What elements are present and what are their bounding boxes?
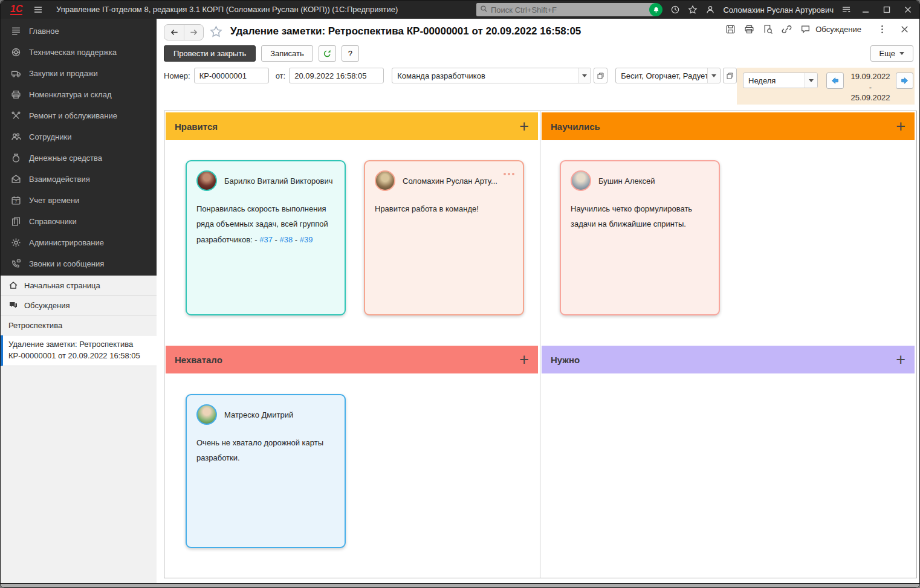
dropdown-arrow-icon[interactable] — [805, 73, 817, 88]
card-header: Бушин Алексей — [571, 170, 709, 191]
hamburger-menu-icon[interactable] — [33, 5, 43, 15]
write-button[interactable]: Записать — [261, 45, 313, 62]
application-window: 1С Управление IT-отделом 8, редакция 3.1… — [0, 0, 920, 588]
forward-button[interactable] — [184, 25, 203, 40]
open-mood-button[interactable] — [723, 68, 737, 83]
main-sections-icon — [11, 26, 21, 36]
global-search[interactable] — [476, 3, 656, 16]
datetime-field[interactable] — [289, 68, 384, 83]
add-note-button[interactable]: + — [896, 119, 905, 134]
next-period-button[interactable] — [896, 73, 913, 89]
history-icon[interactable] — [670, 5, 680, 15]
card-author: Бушин Алексей — [598, 176, 655, 186]
favorites-star-icon[interactable] — [688, 5, 698, 15]
team-combo[interactable]: Команда разработчиков — [392, 68, 591, 83]
sidebar-item-label: Удаление заметки: Ретроспектива КР-00000… — [8, 339, 151, 362]
previous-period-button[interactable] — [826, 73, 844, 89]
more-button[interactable]: Еще — [870, 45, 913, 62]
close-icon[interactable] — [901, 5, 915, 15]
issue-link[interactable]: #37 — [259, 235, 273, 244]
service-menu-icon[interactable] — [841, 5, 851, 15]
sidebar-item-4[interactable]: Ремонт и обслуживание — [1, 105, 157, 126]
post-and-close-button[interactable]: Провести и закрыть — [164, 45, 256, 62]
sidebar-item-label: Ретроспектива — [8, 321, 62, 330]
document-fields-row: Номер: от: Команда разработчиков Бесит, … — [164, 68, 737, 83]
sidebar-item-11[interactable]: Звонки и сообщения — [1, 253, 157, 274]
sidebar-item-label: Главное — [29, 27, 59, 36]
menu-dots-icon[interactable] — [877, 24, 887, 34]
avatar — [375, 170, 395, 191]
link-icon[interactable] — [782, 24, 792, 34]
sidebar-item-8[interactable]: 7Учет времени — [1, 190, 157, 211]
maximize-icon[interactable] — [880, 5, 893, 15]
column-header-lacked: Нехватало + — [166, 346, 538, 373]
discussion-label[interactable]: Обсуждение — [815, 25, 861, 34]
dropdown-arrow-icon[interactable] — [707, 68, 720, 83]
card-text-segment: - — [293, 235, 300, 244]
sidebar: ГлавноеТехническая поддержкаЗакупки и пр… — [1, 19, 157, 587]
period-to: 25.09.2022 — [846, 92, 895, 103]
sidebar-item-10[interactable]: Администрирование — [1, 232, 157, 253]
sidebar-item-5[interactable]: Сотрудники — [1, 126, 157, 147]
notifications-bell-icon[interactable] — [649, 3, 662, 16]
mood-value: Бесит, Огорчает, Радует — [616, 68, 707, 83]
discussion-bubble-icon[interactable] — [800, 24, 811, 34]
sidebar-item-7[interactable]: Взаимодействия — [1, 169, 157, 190]
sidebar-item-3[interactable]: Номенклатура и склад — [1, 84, 157, 105]
open-team-button[interactable] — [594, 68, 607, 83]
back-button[interactable] — [164, 25, 184, 40]
issue-link[interactable]: #39 — [300, 235, 313, 244]
catalogs-icon — [11, 216, 21, 227]
sidebar-item-9[interactable]: Справочники — [1, 211, 157, 232]
issue-link[interactable]: #38 — [280, 235, 293, 244]
note-card[interactable]: Барилко Виталий Викторович Понравилась с… — [186, 160, 346, 315]
tech-support-icon — [11, 47, 21, 57]
card-text-segment: - — [273, 235, 280, 244]
note-card[interactable]: Соломахин Руслан Арту... Нравится работа… — [364, 160, 524, 315]
retrospective-board: Нравится + Нехватало + Барилко Виталий В… — [164, 111, 917, 578]
titlebar-right-cluster: Соломахин Руслан Артурович — [649, 1, 915, 19]
mood-combo[interactable]: Бесит, Огорчает, Радует — [615, 68, 721, 83]
close-form-icon[interactable] — [899, 24, 910, 34]
sidebar-item-2[interactable]: Закупки и продажи — [1, 63, 157, 84]
period-mode-combo[interactable]: Неделя — [743, 73, 818, 88]
print-preview-icon[interactable] — [763, 24, 773, 34]
user-icon[interactable] — [705, 5, 715, 15]
note-card[interactable]: Матреско Дмитрий Очень не хватало дорожн… — [186, 394, 346, 548]
interactions-icon — [11, 174, 21, 184]
card-author: Барилко Виталий Викторович — [224, 176, 332, 186]
add-note-button[interactable]: + — [519, 352, 529, 367]
sidebar-item-1[interactable]: Техническая поддержка — [1, 42, 157, 63]
sidebar-menu: ГлавноеТехническая поддержкаЗакупки и пр… — [1, 19, 157, 274]
card-author: Матреско Дмитрий — [224, 410, 293, 419]
card-header: Барилко Виталий Викторович — [196, 170, 335, 191]
sidebar-item-home[interactable]: Начальная страница — [1, 276, 157, 296]
sidebar-item-open-document[interactable]: Удаление заметки: Ретроспектива КР-00000… — [1, 335, 157, 366]
card-author: Соломахин Руслан Арту... — [403, 176, 497, 186]
board-right-column: Научились + Нужно + Бушин Алексей Научил… — [540, 111, 916, 578]
add-note-button[interactable]: + — [519, 119, 529, 134]
sidebar-item-6[interactable]: Денежные средства — [1, 147, 157, 169]
print-icon[interactable] — [744, 24, 754, 34]
minimize-icon[interactable] — [859, 5, 872, 15]
sidebar-item-discussions[interactable]: Обсуждения — [1, 296, 157, 315]
svg-text:7: 7 — [15, 199, 18, 204]
sidebar-item-retrospective[interactable]: Ретроспектива — [1, 315, 157, 335]
avatar — [571, 170, 591, 191]
sidebar-item-label: Денежные средства — [29, 153, 102, 163]
sidebar-item-label: Справочники — [29, 217, 77, 226]
favorite-form-star-icon[interactable] — [210, 25, 222, 38]
save-icon[interactable] — [725, 24, 736, 34]
card-menu-icon[interactable] — [504, 173, 514, 175]
board-left-column: Нравится + Нехватало + Барилко Виталий В… — [164, 111, 540, 578]
navigation-buttons — [164, 24, 204, 40]
sidebar-item-0[interactable]: Главное — [1, 21, 157, 42]
add-note-button[interactable]: + — [896, 352, 905, 367]
user-name[interactable]: Соломахин Руслан Артурович — [723, 5, 834, 15]
search-input[interactable] — [491, 5, 653, 15]
number-field[interactable] — [194, 68, 269, 83]
dropdown-arrow-icon[interactable] — [578, 68, 591, 83]
refresh-button[interactable] — [319, 45, 336, 62]
note-card[interactable]: Бушин Алексей Научились четко формулиров… — [560, 160, 720, 315]
help-button[interactable]: ? — [342, 45, 359, 62]
